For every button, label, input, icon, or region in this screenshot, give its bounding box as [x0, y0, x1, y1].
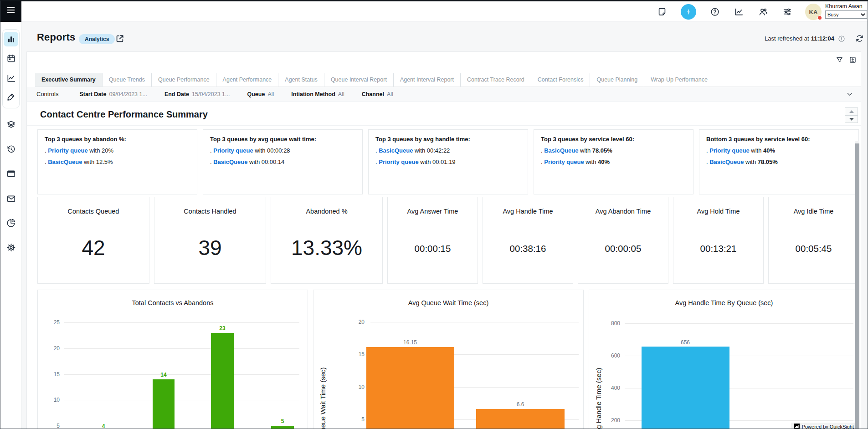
kpi-card-avg-idle-time: Avg Idle Time00:05:45 — [768, 197, 859, 284]
queue-link-basicqueue[interactable]: BasicQueue — [213, 158, 247, 165]
kpi-value: 00:38:16 — [483, 243, 573, 254]
queue-link-priority-queue[interactable]: Priority queue — [709, 147, 749, 154]
bar-16-15[interactable] — [366, 347, 454, 429]
sidebar-item-layers[interactable] — [4, 117, 18, 132]
sidebar-item-calendar[interactable] — [4, 51, 18, 66]
queue-link-basicqueue[interactable]: BasicQueue — [544, 147, 578, 154]
topbar-lightning-icon[interactable] — [681, 4, 696, 20]
sidebar-item-bar-chart[interactable] — [4, 32, 18, 46]
sidebar-item-gear[interactable] — [4, 240, 18, 255]
topbar-metrics-icon[interactable] — [734, 6, 745, 17]
charts-row: Total Contacts vs Abandons 2520151054143… — [37, 290, 859, 429]
chevron-down-icon[interactable] — [846, 91, 853, 98]
queue-link-priority-queue[interactable]: Priority queue — [379, 158, 418, 165]
y-axis-tick: 10 — [345, 384, 365, 390]
history-icon — [6, 144, 16, 154]
insight-card-title: Top 3 queues by avg queue wait time: — [210, 136, 355, 143]
scrollbar-thumb[interactable] — [855, 143, 859, 429]
insight-value: 20% — [102, 147, 113, 154]
avatar-initials: KA — [809, 9, 818, 15]
sidebar-item-design-brush[interactable] — [4, 89, 18, 104]
sidebar-item-pie-chart[interactable] — [4, 215, 18, 230]
topbar-help-icon[interactable] — [709, 6, 720, 17]
tab-queue-trends[interactable]: Queue Trends — [102, 73, 151, 87]
insight-line: . Priority queue with 20% — [45, 147, 190, 154]
queue-link-basicqueue[interactable]: BasicQueue — [48, 158, 82, 165]
sidebar-item-mail[interactable] — [4, 191, 18, 206]
controls-bar: Controls Start Date09/04/2023 1...End Da… — [27, 87, 861, 102]
tab-wrap-up-performance[interactable]: Wrap-Up Performance — [644, 73, 714, 87]
insight-line: . Priority queue with 40% — [706, 147, 852, 154]
insight-line: . Priority queue with 40% — [541, 158, 686, 165]
insight-line: . BasicQueue with 00:00:14 — [210, 158, 355, 165]
kpi-card-avg-handle-time: Avg Handle Time00:38:16 — [483, 197, 573, 284]
topbar-people-icon[interactable] — [758, 6, 769, 17]
filter-queue[interactable]: QueueAll — [247, 91, 274, 97]
kpi-card-abandoned: Abandoned %13.33% — [271, 197, 383, 284]
insight-card-title: Top 3 queues by avg handle time: — [375, 136, 521, 143]
export-icon[interactable] — [849, 56, 857, 64]
report-tabs: Executive SummaryQueue TrendsQueue Perfo… — [35, 73, 861, 87]
queue-link-basicqueue[interactable]: BasicQueue — [379, 147, 413, 154]
kpi-card-contacts-queued: Contacts Queued42 — [37, 197, 149, 284]
insight-value: 00:42:22 — [427, 147, 450, 154]
tab-contact-forensics[interactable]: Contact Forensics — [531, 73, 590, 87]
insight-card: Top 3 queues by avg handle time:. BasicQ… — [368, 129, 528, 194]
app-window: KA Khurram Awan Busy Reports Analytics L… — [0, 0, 868, 429]
panel-tools — [836, 56, 857, 64]
insight-line: . Priority queue with 00:01:19 — [375, 158, 521, 165]
queue-link-priority-queue[interactable]: Priority queue — [213, 147, 253, 154]
kpi-card-contacts-handled: Contacts Handled39 — [154, 197, 266, 284]
topbar-notes-icon[interactable] — [657, 6, 668, 17]
kpi-cards-row: Contacts Queued42Contacts Handled39Aband… — [37, 197, 859, 284]
tab-agent-performance[interactable]: Agent Performance — [216, 73, 278, 87]
refresh-icon[interactable] — [855, 34, 864, 43]
tab-queue-performance[interactable]: Queue Performance — [151, 73, 216, 87]
bar-5[interactable] — [271, 426, 294, 429]
chart-avg-queue-wait-time: Avg Queue Wait Time (sec) 201510516.156.… — [313, 290, 584, 429]
filter-icon[interactable] — [836, 56, 843, 64]
filter-intiation-method[interactable]: Intiation MethodAll — [291, 91, 344, 97]
sidebar-item-line-chart[interactable] — [4, 71, 18, 85]
filter-start-date[interactable]: Start Date09/04/2023 1... — [79, 91, 147, 97]
layers-icon — [6, 120, 16, 129]
topbar-sliders-icon[interactable] — [782, 6, 793, 17]
tab-executive-summary[interactable]: Executive Summary — [35, 73, 102, 87]
filter-channel[interactable]: ChannelAll — [362, 91, 393, 97]
bar-23[interactable] — [211, 333, 234, 429]
sidebar-item-history[interactable] — [4, 142, 18, 156]
kpi-label: Abandoned % — [271, 208, 382, 215]
presence-dot — [817, 15, 822, 20]
bar-6-6[interactable] — [476, 409, 565, 429]
line-chart-icon — [6, 73, 16, 83]
insight-card: Top 3 queues by avg queue wait time:. Pr… — [203, 129, 363, 194]
controls-label: Controls — [36, 91, 58, 97]
top-bar: KA Khurram Awan Busy — [0, 1, 868, 22]
user-block: Khurram Awan Busy — [825, 3, 868, 19]
tab-agent-status[interactable]: Agent Status — [278, 73, 324, 87]
queue-link-priority-queue[interactable]: Priority queue — [544, 158, 584, 165]
bar-656[interactable] — [642, 347, 729, 429]
kpi-label: Contacts Handled — [154, 208, 266, 215]
avatar[interactable]: KA — [805, 4, 822, 20]
y-axis-tick: 600 — [601, 352, 620, 359]
menu-button[interactable] — [0, 0, 21, 22]
page-title: Reports — [37, 31, 76, 43]
tab-agent-interval-report[interactable]: Agent Interval Report — [393, 73, 460, 87]
tab-queue-interval-report[interactable]: Queue Interval Report — [324, 73, 393, 87]
spinner-down-button[interactable] — [845, 115, 858, 123]
insight-line: . BasicQueue with 12.5% — [45, 158, 190, 165]
info-icon[interactable] — [838, 35, 845, 42]
bar-14[interactable] — [153, 379, 175, 429]
y-axis-tick: 20 — [345, 319, 365, 325]
external-link-icon[interactable] — [115, 34, 125, 44]
queue-link-priority-queue[interactable]: Priority queue — [48, 147, 87, 154]
bar-value-label: 6.6 — [504, 401, 536, 408]
status-select[interactable]: Busy — [825, 10, 867, 19]
spinner-up-button[interactable] — [845, 108, 858, 115]
tab-contract-trace-record[interactable]: Contract Trace Record — [460, 73, 531, 87]
tab-queue-planning[interactable]: Queue Planning — [590, 73, 644, 87]
sidebar-item-window[interactable] — [4, 166, 18, 181]
queue-link-basicqueue[interactable]: BasicQueue — [709, 158, 744, 165]
filter-end-date[interactable]: End Date15/04/2023 1... — [164, 91, 230, 97]
